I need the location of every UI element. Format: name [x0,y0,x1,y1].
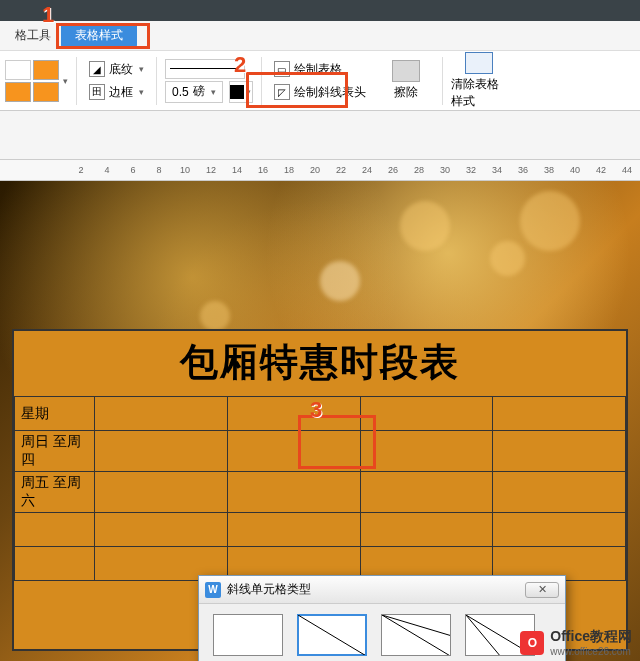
weight-value: 0.5 [172,85,189,99]
svg-line-0 [298,615,366,655]
pattern-diag-1[interactable] [297,614,367,656]
chevron-down-icon: ▾ [63,76,68,86]
callout-number-1: 1 [42,2,54,28]
eraser-icon [392,60,420,82]
pencil-icon: ▭ [274,61,290,77]
line-style-selector[interactable] [165,59,245,79]
table-cell[interactable] [15,513,95,547]
tab-bar: 格工具 表格样式 [0,21,640,51]
chevron-down-icon: ▾ [139,87,144,97]
svg-line-2 [382,615,450,636]
table-cell[interactable] [493,513,626,547]
table-cell[interactable] [360,472,493,513]
table-cell[interactable] [227,431,360,472]
callout-number-2: 2 [234,52,246,78]
table-cell[interactable] [360,397,493,431]
table-cell[interactable] [227,472,360,513]
table-cell[interactable] [360,431,493,472]
tab-table-style[interactable]: 表格样式 [61,23,137,48]
chevron-down-icon: ▾ [246,87,251,97]
table-cell[interactable] [95,472,228,513]
table-cell[interactable] [493,472,626,513]
shading-button[interactable]: ◢ 底纹 ▾ [85,59,148,80]
table-cell[interactable] [493,431,626,472]
draw-diagonal-label: 绘制斜线表头 [294,84,366,101]
pen-color-button[interactable]: ▾ [229,81,253,103]
app-icon: W [205,582,221,598]
table-cell[interactable] [360,513,493,547]
clear-style-icon [465,52,493,74]
table-cell[interactable] [95,397,228,431]
pattern-grid [213,614,551,661]
watermark-icon: O [520,631,544,655]
table-cell[interactable]: 周日 至周四 [15,431,95,472]
shading-label: 底纹 [109,61,133,78]
chevron-down-icon: ▾ [211,87,216,97]
diagonal-icon: ◸ [274,84,290,100]
draw-table-button[interactable]: ▭ 绘制表格 [270,59,370,80]
close-button[interactable]: ✕ [525,582,559,598]
pattern-diag-2[interactable] [381,614,451,656]
diagonal-cell-dialog: W 斜线单元格类型 ✕ ✓ 合并选中单元格(M) 确定 取消 [198,575,566,661]
table-cell[interactable] [95,431,228,472]
table-cell[interactable] [95,513,228,547]
draw-diagonal-button[interactable]: ◸ 绘制斜线表头 [270,82,370,103]
watermark-brand: Office教程网 [550,628,632,644]
table-cell[interactable] [493,397,626,431]
dialog-title: 斜线单元格类型 [227,581,311,598]
border-button[interactable]: 田 边框 ▾ [85,82,148,103]
watermark-url: www.office26.com [550,646,632,657]
horizontal-ruler[interactable]: 2468101214161820222426283032343638404244 [0,159,640,181]
erase-button[interactable]: 擦除 [378,60,434,101]
draw-table-label: 绘制表格 [294,61,342,78]
line-weight-selector[interactable]: 0.5 磅 ▾ [165,81,223,103]
svg-line-1 [382,615,450,655]
ribbon: ▾ ◢ 底纹 ▾ 田 边框 ▾ 0.5 磅 ▾ ▾ [0,51,640,111]
table-cell[interactable]: 周五 至周六 [15,472,95,513]
table-style-gallery[interactable]: ▾ [5,60,68,102]
pattern-none[interactable] [213,614,283,656]
clear-style-label: 清除表格样式 [451,76,507,110]
pen-color-swatch [230,85,244,99]
clear-style-button[interactable]: 清除表格样式 [451,52,507,110]
table-cell[interactable] [227,513,360,547]
chevron-down-icon: ▾ [139,64,144,74]
svg-line-4 [466,615,501,655]
callout-number-3: 3 [310,397,322,423]
table-cell[interactable]: 星期 [15,397,95,431]
table-cell[interactable] [15,547,95,581]
border-label: 边框 [109,84,133,101]
data-table[interactable]: 星期周日 至周四周五 至周六 [14,396,626,581]
weight-unit: 磅 [193,83,205,100]
erase-label: 擦除 [394,84,418,101]
document-title: 包厢特惠时段表 [14,331,626,396]
watermark: O Office教程网 www.office26.com [520,628,632,657]
table-cell[interactable] [227,397,360,431]
border-icon: 田 [89,84,105,100]
paint-bucket-icon: ◢ [89,61,105,77]
